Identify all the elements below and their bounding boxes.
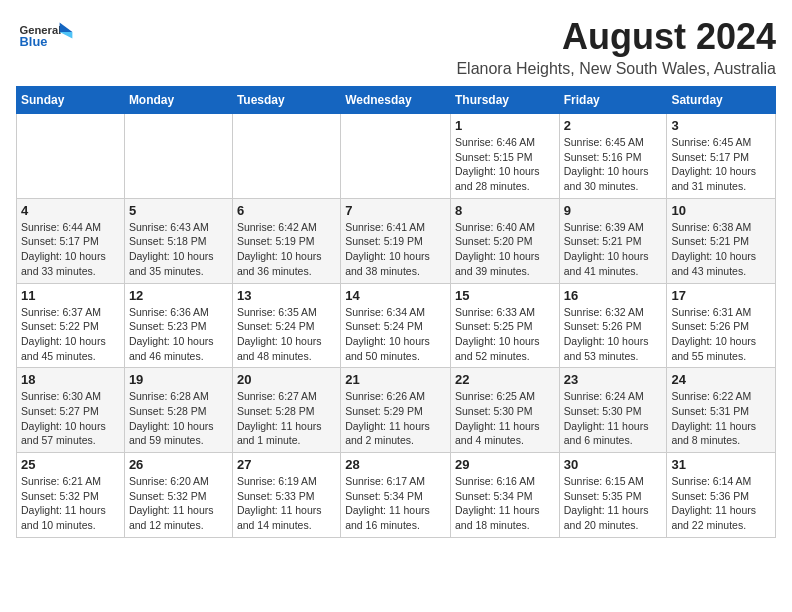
location-subtitle: Elanora Heights, New South Wales, Austra… (456, 60, 776, 78)
header-friday: Friday (559, 87, 667, 114)
calendar-cell: 24Sunrise: 6:22 AMSunset: 5:31 PMDayligh… (667, 368, 776, 453)
calendar-cell: 16Sunrise: 6:32 AMSunset: 5:26 PMDayligh… (559, 283, 667, 368)
calendar-cell: 1Sunrise: 6:46 AMSunset: 5:15 PMDaylight… (450, 114, 559, 199)
day-number: 26 (129, 457, 228, 472)
day-number: 25 (21, 457, 120, 472)
header-wednesday: Wednesday (341, 87, 451, 114)
title-area: August 2024 Elanora Heights, New South W… (456, 16, 776, 78)
day-info: Sunrise: 6:37 AMSunset: 5:22 PMDaylight:… (21, 305, 120, 364)
day-info: Sunrise: 6:25 AMSunset: 5:30 PMDaylight:… (455, 389, 555, 448)
calendar-cell: 8Sunrise: 6:40 AMSunset: 5:20 PMDaylight… (450, 198, 559, 283)
calendar-cell: 3Sunrise: 6:45 AMSunset: 5:17 PMDaylight… (667, 114, 776, 199)
day-number: 20 (237, 372, 336, 387)
day-info: Sunrise: 6:27 AMSunset: 5:28 PMDaylight:… (237, 389, 336, 448)
day-info: Sunrise: 6:22 AMSunset: 5:31 PMDaylight:… (671, 389, 771, 448)
day-info: Sunrise: 6:33 AMSunset: 5:25 PMDaylight:… (455, 305, 555, 364)
calendar-cell: 18Sunrise: 6:30 AMSunset: 5:27 PMDayligh… (17, 368, 125, 453)
calendar-cell: 17Sunrise: 6:31 AMSunset: 5:26 PMDayligh… (667, 283, 776, 368)
week-row-5: 25Sunrise: 6:21 AMSunset: 5:32 PMDayligh… (17, 453, 776, 538)
calendar-cell: 5Sunrise: 6:43 AMSunset: 5:18 PMDaylight… (124, 198, 232, 283)
day-number: 21 (345, 372, 446, 387)
day-info: Sunrise: 6:20 AMSunset: 5:32 PMDaylight:… (129, 474, 228, 533)
day-number: 9 (564, 203, 663, 218)
calendar-cell: 10Sunrise: 6:38 AMSunset: 5:21 PMDayligh… (667, 198, 776, 283)
day-info: Sunrise: 6:34 AMSunset: 5:24 PMDaylight:… (345, 305, 446, 364)
day-number: 24 (671, 372, 771, 387)
day-number: 8 (455, 203, 555, 218)
day-number: 30 (564, 457, 663, 472)
day-number: 22 (455, 372, 555, 387)
header-tuesday: Tuesday (232, 87, 340, 114)
day-info: Sunrise: 6:36 AMSunset: 5:23 PMDaylight:… (129, 305, 228, 364)
week-row-3: 11Sunrise: 6:37 AMSunset: 5:22 PMDayligh… (17, 283, 776, 368)
header-saturday: Saturday (667, 87, 776, 114)
day-info: Sunrise: 6:21 AMSunset: 5:32 PMDaylight:… (21, 474, 120, 533)
calendar-cell: 4Sunrise: 6:44 AMSunset: 5:17 PMDaylight… (17, 198, 125, 283)
day-info: Sunrise: 6:35 AMSunset: 5:24 PMDaylight:… (237, 305, 336, 364)
calendar-cell: 22Sunrise: 6:25 AMSunset: 5:30 PMDayligh… (450, 368, 559, 453)
day-info: Sunrise: 6:40 AMSunset: 5:20 PMDaylight:… (455, 220, 555, 279)
calendar-cell: 15Sunrise: 6:33 AMSunset: 5:25 PMDayligh… (450, 283, 559, 368)
day-number: 29 (455, 457, 555, 472)
calendar-cell: 20Sunrise: 6:27 AMSunset: 5:28 PMDayligh… (232, 368, 340, 453)
day-info: Sunrise: 6:19 AMSunset: 5:33 PMDaylight:… (237, 474, 336, 533)
calendar-table: SundayMondayTuesdayWednesdayThursdayFrid… (16, 86, 776, 538)
logo-svg: General Blue (16, 16, 76, 56)
day-info: Sunrise: 6:31 AMSunset: 5:26 PMDaylight:… (671, 305, 771, 364)
day-number: 28 (345, 457, 446, 472)
day-number: 10 (671, 203, 771, 218)
day-info: Sunrise: 6:43 AMSunset: 5:18 PMDaylight:… (129, 220, 228, 279)
day-info: Sunrise: 6:44 AMSunset: 5:17 PMDaylight:… (21, 220, 120, 279)
header: General Blue August 2024 Elanora Heights… (16, 16, 776, 78)
calendar-cell: 28Sunrise: 6:17 AMSunset: 5:34 PMDayligh… (341, 453, 451, 538)
day-info: Sunrise: 6:45 AMSunset: 5:16 PMDaylight:… (564, 135, 663, 194)
calendar-cell (232, 114, 340, 199)
day-number: 6 (237, 203, 336, 218)
day-info: Sunrise: 6:41 AMSunset: 5:19 PMDaylight:… (345, 220, 446, 279)
day-info: Sunrise: 6:24 AMSunset: 5:30 PMDaylight:… (564, 389, 663, 448)
day-number: 27 (237, 457, 336, 472)
day-number: 18 (21, 372, 120, 387)
calendar-cell: 21Sunrise: 6:26 AMSunset: 5:29 PMDayligh… (341, 368, 451, 453)
logo: General Blue (16, 16, 76, 56)
calendar-cell: 13Sunrise: 6:35 AMSunset: 5:24 PMDayligh… (232, 283, 340, 368)
calendar-cell: 25Sunrise: 6:21 AMSunset: 5:32 PMDayligh… (17, 453, 125, 538)
calendar-cell (341, 114, 451, 199)
calendar-cell: 7Sunrise: 6:41 AMSunset: 5:19 PMDaylight… (341, 198, 451, 283)
calendar-cell: 31Sunrise: 6:14 AMSunset: 5:36 PMDayligh… (667, 453, 776, 538)
day-number: 7 (345, 203, 446, 218)
day-info: Sunrise: 6:28 AMSunset: 5:28 PMDaylight:… (129, 389, 228, 448)
header-row: SundayMondayTuesdayWednesdayThursdayFrid… (17, 87, 776, 114)
day-info: Sunrise: 6:32 AMSunset: 5:26 PMDaylight:… (564, 305, 663, 364)
header-monday: Monday (124, 87, 232, 114)
day-info: Sunrise: 6:14 AMSunset: 5:36 PMDaylight:… (671, 474, 771, 533)
svg-marker-2 (60, 22, 73, 32)
day-number: 15 (455, 288, 555, 303)
day-number: 23 (564, 372, 663, 387)
week-row-2: 4Sunrise: 6:44 AMSunset: 5:17 PMDaylight… (17, 198, 776, 283)
week-row-1: 1Sunrise: 6:46 AMSunset: 5:15 PMDaylight… (17, 114, 776, 199)
day-number: 14 (345, 288, 446, 303)
calendar-cell: 26Sunrise: 6:20 AMSunset: 5:32 PMDayligh… (124, 453, 232, 538)
day-number: 2 (564, 118, 663, 133)
calendar-cell: 19Sunrise: 6:28 AMSunset: 5:28 PMDayligh… (124, 368, 232, 453)
day-info: Sunrise: 6:17 AMSunset: 5:34 PMDaylight:… (345, 474, 446, 533)
calendar-cell: 11Sunrise: 6:37 AMSunset: 5:22 PMDayligh… (17, 283, 125, 368)
calendar-cell: 14Sunrise: 6:34 AMSunset: 5:24 PMDayligh… (341, 283, 451, 368)
svg-marker-3 (60, 32, 73, 38)
day-number: 13 (237, 288, 336, 303)
day-info: Sunrise: 6:15 AMSunset: 5:35 PMDaylight:… (564, 474, 663, 533)
day-info: Sunrise: 6:38 AMSunset: 5:21 PMDaylight:… (671, 220, 771, 279)
day-number: 1 (455, 118, 555, 133)
day-number: 5 (129, 203, 228, 218)
calendar-cell (124, 114, 232, 199)
header-sunday: Sunday (17, 87, 125, 114)
svg-text:Blue: Blue (20, 34, 48, 49)
day-number: 4 (21, 203, 120, 218)
header-thursday: Thursday (450, 87, 559, 114)
day-number: 16 (564, 288, 663, 303)
calendar-cell (17, 114, 125, 199)
calendar-cell: 27Sunrise: 6:19 AMSunset: 5:33 PMDayligh… (232, 453, 340, 538)
day-info: Sunrise: 6:45 AMSunset: 5:17 PMDaylight:… (671, 135, 771, 194)
day-info: Sunrise: 6:39 AMSunset: 5:21 PMDaylight:… (564, 220, 663, 279)
